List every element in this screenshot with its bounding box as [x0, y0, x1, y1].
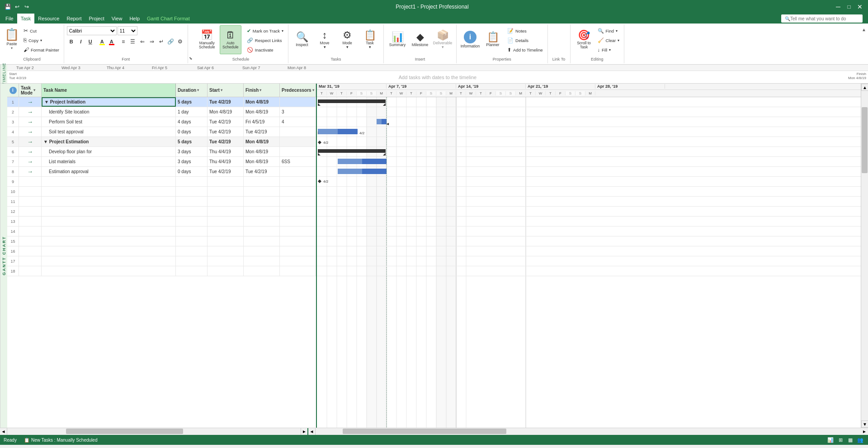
task-name-cell[interactable]: List materials	[42, 157, 176, 166]
details-button[interactable]: 📄 Details	[505, 36, 544, 45]
table-row[interactable]: 14	[7, 226, 316, 236]
task-name-cell[interactable]: Soil test approval	[42, 127, 176, 137]
wrap-text-button[interactable]: ↵	[157, 37, 166, 46]
scroll-up-button[interactable]: ▲	[861, 84, 868, 91]
task-name-cell[interactable]: Perform Soil test	[42, 117, 176, 127]
menu-report[interactable]: Report	[63, 14, 85, 24]
menu-file[interactable]: File	[2, 14, 17, 24]
bold-button[interactable]: B	[67, 37, 76, 46]
window-minimize[interactable]: ─	[834, 3, 843, 10]
view-mode-timeline[interactable]: ▦	[846, 436, 854, 444]
underline-button[interactable]: U	[86, 37, 95, 46]
qat-undo[interactable]: ↩	[13, 3, 21, 11]
task-name-cell[interactable]: Identify Site location	[42, 107, 176, 117]
table-row[interactable]: 2 → Identify Site location 1 day Mon 4/8…	[7, 107, 316, 117]
qat-redo[interactable]: ↪	[23, 3, 31, 11]
qat-save[interactable]: 💾	[4, 3, 12, 11]
table-row[interactable]: 11	[7, 197, 316, 207]
format-painter-button[interactable]: 🖌 Format Painter	[22, 45, 61, 54]
font-family-select[interactable]: Calibri	[67, 26, 117, 35]
scroll-to-task-button[interactable]: 🎯 Scroll toTask	[573, 25, 595, 54]
task-name-cell[interactable]: ▼ Project Initiation	[42, 97, 176, 107]
fill-button[interactable]: ↓ Fill ▾	[596, 45, 622, 54]
summary-button[interactable]: 📊 Summary	[387, 25, 408, 54]
indent-increase-button[interactable]: ⇒	[147, 37, 156, 46]
link-button[interactable]: 🔗	[166, 37, 175, 46]
inspect-button[interactable]: 🔍 Inspect	[291, 25, 313, 54]
table-row[interactable]: 17	[7, 256, 316, 266]
right-scroll-right[interactable]: ►	[861, 428, 868, 435]
font-color-button[interactable]: A	[107, 37, 116, 46]
table-row[interactable]: 7 → List materials 3 days Thu 4/4/19 Mon…	[7, 157, 316, 167]
task-button[interactable]: 📋 Task▾	[359, 25, 381, 54]
paste-button[interactable]: 📋 Paste ▾	[3, 25, 21, 54]
menu-project[interactable]: Project	[85, 14, 108, 24]
right-scroll-left[interactable]: ◄	[308, 428, 316, 435]
menu-view[interactable]: View	[108, 14, 126, 24]
font-size-select[interactable]: 11	[118, 26, 137, 35]
italic-button[interactable]: I	[76, 37, 85, 46]
col-header-start[interactable]: Start ▾	[208, 84, 244, 97]
col-header-duration[interactable]: Duration ▾	[176, 84, 208, 97]
move-button[interactable]: ↕ Move▾	[314, 25, 335, 54]
view-mode-resource[interactable]: 👥	[856, 436, 864, 444]
col-header-finish[interactable]: Finish ▾	[244, 84, 280, 97]
menu-resource[interactable]: Resource	[34, 14, 63, 24]
col-header-mode[interactable]: TaskMode ▾	[19, 84, 42, 97]
table-row[interactable]: 1 → ▼ Project Initiation 5 days Tue 4/2/…	[7, 97, 316, 107]
cut-button[interactable]: ✂ Cut	[22, 26, 61, 35]
table-row[interactable]: 8 → Estimation approval 0 days Tue 4/2/1…	[7, 167, 316, 177]
task-name-cell[interactable]: Develop floor plan for	[42, 147, 176, 156]
view-mode-table[interactable]: ⊞	[836, 436, 844, 444]
mode-button[interactable]: ⚙ Mode▾	[336, 25, 358, 54]
task-name-cell[interactable]: Estimation approval	[42, 167, 176, 176]
table-row[interactable]: 9	[7, 177, 316, 187]
table-row[interactable]: 5 → ▼ Project Estimation 5 days Tue 4/2/…	[7, 137, 316, 147]
planner-button[interactable]: 📋 Planner	[482, 25, 504, 54]
window-maximize[interactable]: □	[844, 3, 854, 10]
more-format-button[interactable]: ⚙	[176, 37, 185, 46]
scroll-down-button[interactable]: ▼	[861, 420, 868, 428]
align-center-button[interactable]: ☰	[128, 37, 137, 46]
respect-links-button[interactable]: 🔗 Respect Links	[245, 36, 285, 45]
copy-button[interactable]: ⎘ Copy ▾	[22, 36, 61, 45]
indent-decrease-button[interactable]: ⇐	[138, 37, 147, 46]
clear-button[interactable]: 🧹 Clear ▾	[596, 36, 622, 45]
table-row[interactable]: 4 → Soil test approval 0 days Tue 4/2/19…	[7, 127, 316, 137]
menu-gantt-format[interactable]: Gantt Chart Format	[143, 14, 193, 24]
table-row[interactable]: 13	[7, 217, 316, 226]
align-left-button[interactable]: ≡	[119, 37, 128, 46]
table-row[interactable]: 12	[7, 207, 316, 217]
search-input[interactable]	[790, 16, 859, 21]
highlight-color-button[interactable]: A	[98, 37, 107, 46]
table-row[interactable]: 15	[7, 236, 316, 246]
collapse-ribbon-button[interactable]: ▲	[860, 25, 868, 34]
information-button[interactable]: i Information	[459, 25, 481, 54]
inactivate-button[interactable]: 🚫 Inactivate	[245, 45, 285, 54]
notes-button[interactable]: 📝 Notes	[505, 26, 544, 35]
menu-task[interactable]: Task	[17, 14, 35, 24]
font-expand-button[interactable]: ⬊	[188, 55, 193, 61]
table-row[interactable]: 16	[7, 246, 316, 256]
predecessors-cell: 3	[280, 107, 316, 117]
menu-help[interactable]: Help	[126, 14, 143, 24]
window-close[interactable]: ✕	[855, 3, 864, 10]
view-mode-gantt[interactable]: 📊	[826, 436, 835, 444]
col-header-predecessors[interactable]: Predecessors ▾	[280, 84, 316, 97]
table-row[interactable]: 10	[7, 187, 316, 197]
table-row[interactable]: 6 → Develop floor plan for 3 days Thu 4/…	[7, 147, 316, 157]
col-header-name[interactable]: Task Name	[42, 84, 176, 97]
table-row[interactable]: 18	[7, 266, 316, 276]
left-scroll-right[interactable]: ►	[301, 428, 308, 435]
deliverable-button[interactable]: 📦 Deliverable▾	[432, 25, 453, 54]
add-to-timeline-button[interactable]: ⬆ Add to Timeline	[505, 45, 544, 54]
task-name-cell[interactable]: ▼ Project Estimation	[42, 137, 176, 146]
row-number: 3	[7, 117, 19, 127]
manually-schedule-button[interactable]: 📅 ManuallySchedule	[196, 25, 218, 54]
table-row[interactable]: 3 → Perform Soil test 4 days Tue 4/2/19 …	[7, 117, 316, 127]
auto-schedule-button[interactable]: 🗓 AutoSchedule	[220, 25, 241, 54]
mark-on-track-button[interactable]: ✔ Mark on Track ▾	[245, 26, 285, 35]
left-scroll-left[interactable]: ◄	[0, 428, 7, 435]
milestone-button[interactable]: ◆ Milestone	[409, 25, 431, 54]
find-button[interactable]: 🔍 Find ▾	[596, 26, 622, 35]
